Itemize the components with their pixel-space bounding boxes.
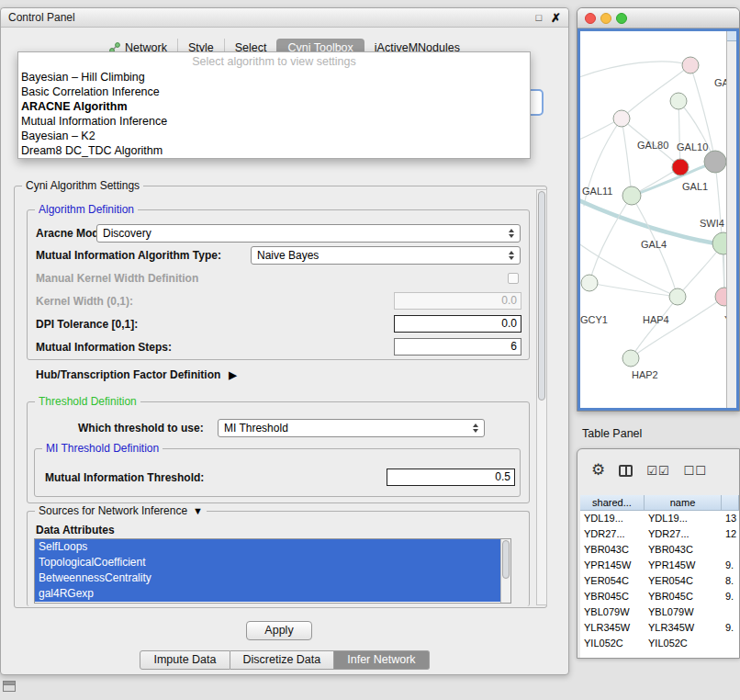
table-row[interactable]: YBR043CYBR043C [580,542,739,558]
network-edge[interactable] [678,101,680,167]
which-threshold-select[interactable]: MI Threshold [218,419,485,437]
network-edge[interactable] [622,65,690,119]
dropdown-item-bayesian-hill-climbing[interactable]: Bayesian – Hill Climbing [18,70,530,85]
dropdown-item-mutual-information[interactable]: Mutual Information Inference [18,114,530,129]
node-label: GAL80 [637,140,668,151]
close-traffic-light-icon[interactable] [585,13,596,24]
table-cell: YDR27... [580,526,645,542]
tab-infer-network[interactable]: Infer Network [334,650,429,670]
list-scrollbar[interactable] [500,539,510,603]
table-row[interactable]: YER054CYER054C8. [580,573,739,589]
hub-definition-expander[interactable]: Hub/Transcription Factor Definition ▶ [36,368,237,381]
which-threshold-label: Which threshold to use: [78,422,204,435]
table-cell: 13 [722,511,739,526]
table-cell: 9. [722,620,739,636]
kernel-width-field[interactable]: 0.0 [394,292,521,310]
list-item-betweennesscentrality[interactable]: BetweennessCentrality [35,570,501,586]
network-canvas[interactable]: GAL8GAL80GAL10GAL11GAL1SWI4GAL4GCY1HAP4Y… [577,28,739,411]
cyni-settings-group-title: Cyni Algorithm Settings [22,179,143,192]
node-label: HAP2 [632,369,658,380]
network-edge[interactable] [715,162,724,297]
tab-impute-data[interactable]: Impute Data [140,650,230,670]
network-edge[interactable] [622,119,632,196]
mi-steps-label: Mutual Information Steps: [36,341,172,354]
select-all-icon[interactable]: ☑☑ [646,464,669,478]
list-scrollbar-thumb[interactable] [502,540,510,579]
network-node-n10[interactable] [581,275,598,291]
dropdown-item-bayesian-k2[interactable]: Bayesian – K2 [18,129,530,143]
minimized-panel-icon[interactable] [3,681,16,692]
gear-icon[interactable]: ⚙ [591,462,605,479]
mi-steps-value: 6 [510,340,517,353]
table-row[interactable]: YDR27...YDR27...12 [580,526,739,542]
settings-scrollbar-thumb[interactable] [538,191,545,401]
network-node-n8[interactable] [669,288,686,305]
mi-steps-field[interactable]: 6 [394,338,521,356]
network-node-n6[interactable] [622,186,641,205]
which-threshold-value: MI Threshold [224,422,469,435]
network-node-n4[interactable] [672,159,689,175]
table-cell: YBR045C [645,589,722,604]
network-node-n2[interactable] [670,93,687,109]
network-edge[interactable] [631,297,678,358]
network-scrollbar-thumb[interactable] [727,31,736,41]
table-toolbar: ⚙ ☑☑ ☐☐ [577,457,739,484]
network-svg: GAL8GAL80GAL10GAL11GAL1SWI4GAL4GCY1HAP4Y… [580,31,728,410]
table-row[interactable]: YPR145WYPR145W9. [580,558,739,573]
bottom-tab-bar: Impute Data Discretize Data Infer Networ… [1,650,568,670]
network-node-n1[interactable] [682,57,699,73]
dpi-tolerance-field[interactable]: 0.0 [394,315,521,333]
table-cell: YDL19... [645,511,722,526]
column-header-name[interactable]: name [645,495,722,510]
tab-discretize-data[interactable]: Discretize Data [230,650,335,670]
network-edge[interactable] [580,62,690,79]
list-item-gal4rgexp[interactable]: gal4RGexp [35,586,501,602]
table-cell: YBR045C [580,589,645,604]
network-node-n5[interactable] [704,151,726,173]
columns-icon[interactable] [619,465,633,477]
settings-scrollbar[interactable] [536,189,547,605]
manual-kernel-checkbox[interactable] [508,273,519,284]
network-window-titlebar[interactable] [577,8,739,28]
mi-threshold-field[interactable]: 0.5 [387,469,515,486]
dropdown-item-basic-correlation[interactable]: Basic Correlation Inference [18,85,530,99]
node-label: SWI4 [700,218,724,229]
table-cell: 8. [722,573,739,589]
network-view-window: GAL8GAL80GAL10GAL11GAL1SWI4GAL4GCY1HAP4Y… [577,7,740,412]
dropdown-placeholder: Select algorithm to view settings [18,54,530,70]
network-node-n3[interactable] [613,110,630,127]
dropdown-item-aracne-selected[interactable]: ARACNE Algorithm [18,99,530,114]
apply-button[interactable]: Apply [246,621,312,640]
table-row[interactable]: YIL052CYIL052C [580,636,739,651]
table-header-row: shared... name [580,495,739,511]
column-header-extra[interactable] [722,495,739,510]
list-item-topologicalcoefficient[interactable]: TopologicalCoefficient [35,555,501,570]
zoom-traffic-light-icon[interactable] [616,13,627,24]
deselect-all-icon[interactable]: ☐☐ [684,464,707,478]
close-icon[interactable]: ✗ [551,11,561,25]
table-row[interactable]: YDL19...YDL19...13 [580,511,739,526]
dropdown-item-dream8[interactable]: Dream8 DC_TDC Algorithm [18,143,530,158]
table-cell: 12 [722,526,739,542]
table-cell: YIL052C [580,636,645,651]
column-header-shared-name[interactable]: shared... [580,495,645,510]
table-cell: 9. [722,558,739,573]
expand-right-arrow-icon: ▶ [229,369,236,381]
hub-definition-label: Hub/Transcription Factor Definition [36,368,220,381]
control-panel-titlebar[interactable]: Control Panel □ ✗ [1,8,568,28]
list-item-selfloops[interactable]: SelfLoops [35,539,501,555]
minimize-traffic-light-icon[interactable] [600,13,611,24]
float-window-icon[interactable]: □ [535,12,542,23]
network-scrollbar[interactable] [726,31,736,408]
mi-type-select[interactable]: Naive Bayes [251,246,521,265]
network-edge[interactable] [589,283,678,297]
aracne-mode-select[interactable]: Discovery [96,224,521,243]
table-row[interactable]: YLR345WYLR345W9. [580,620,739,636]
sources-group-title[interactable]: Sources for Network Inference ▼ [35,504,207,517]
table-row[interactable]: YBL079WYBL079W [580,604,739,620]
network-node-n11[interactable] [622,350,639,367]
network-edge[interactable] [631,297,724,358]
table-cell: 9. [722,589,739,604]
mi-threshold-label: Mutual Information Threshold: [45,471,204,484]
table-row[interactable]: YBR045CYBR045C9. [580,589,739,604]
